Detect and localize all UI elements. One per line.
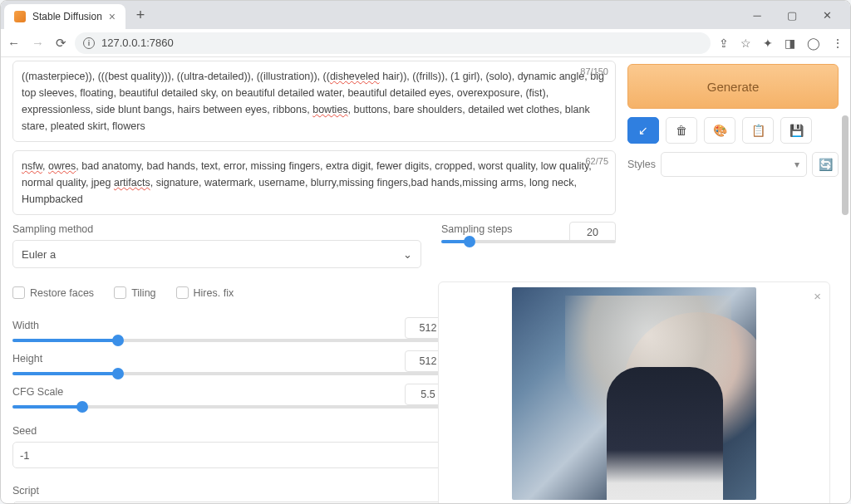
output-panel: × [438, 281, 830, 503]
styles-label: Styles [627, 159, 656, 170]
tab-title: Stable Diffusion [32, 11, 102, 22]
clipboard-button[interactable]: 📋 [742, 117, 774, 144]
styles-refresh-button[interactable]: 🔄 [812, 152, 839, 177]
menu-icon[interactable]: ⋮ [832, 37, 844, 50]
back-icon[interactable]: ← [7, 36, 20, 51]
save-button[interactable]: 💾 [780, 117, 812, 144]
negative-prompt-input[interactable]: 62/75 nsfw, owres, bad anatomy, bad hand… [12, 150, 616, 215]
browser-window: Stable Diffusion × + ─ ▢ ✕ ← → ⟳ i 127.0… [0, 0, 851, 504]
trash-button[interactable]: 🗑 [666, 117, 697, 144]
sampling-method-select[interactable]: Euler a ⌄ [12, 240, 421, 268]
action-icon-row: ↙ 🗑 🎨 📋 💾 [627, 117, 839, 144]
profile-icon[interactable]: ◯ [807, 37, 820, 50]
minimize-icon[interactable]: ─ [745, 6, 769, 24]
url-bar: ← → ⟳ i 127.0.0.1:7860 ⇪ ☆ ✦ ◨ ◯ ⋮ [1, 29, 850, 57]
height-slider[interactable] [12, 372, 451, 375]
chevron-down-icon: ▾ [794, 159, 799, 170]
restore-faces-check[interactable]: Restore faces [12, 286, 94, 299]
browser-tab[interactable]: Stable Diffusion × [4, 4, 125, 29]
chevron-down-icon: ⌄ [403, 248, 412, 261]
favicon-icon [14, 11, 26, 22]
params-top: Sampling method Euler a ⌄ Sampling steps [12, 223, 616, 268]
generate-button[interactable]: Generate [627, 64, 839, 109]
forward-icon[interactable]: → [32, 36, 44, 51]
sampling-method-label: Sampling method [12, 223, 421, 235]
output-image[interactable] [512, 287, 756, 500]
url-text: 127.0.0.1:7860 [101, 37, 174, 49]
width-label: Width [12, 320, 39, 331]
scrollbar[interactable] [842, 115, 849, 215]
styles-select[interactable]: ▾ [661, 152, 807, 177]
site-info-icon[interactable]: i [83, 37, 95, 49]
arrow-button[interactable]: ↙ [627, 117, 659, 144]
sidepanel-icon[interactable]: ◨ [785, 37, 795, 50]
width-slider[interactable] [12, 339, 451, 342]
close-window-icon[interactable]: ✕ [815, 6, 839, 24]
styles-row: Styles ▾ 🔄 [627, 152, 839, 177]
page-content: 87/150 ((masterpiece)), (((best quality)… [1, 57, 850, 503]
new-tab-button[interactable]: + [130, 5, 150, 25]
hires-fix-check[interactable]: Hires. fix [176, 286, 234, 299]
share-icon[interactable]: ⇪ [719, 37, 729, 50]
star-icon[interactable]: ☆ [740, 37, 751, 50]
maximize-icon[interactable]: ▢ [780, 6, 804, 24]
prompt-token-count: 87/150 [580, 65, 608, 80]
url-field[interactable]: i 127.0.0.1:7860 [75, 32, 711, 54]
sampling-steps-slider[interactable] [441, 240, 616, 243]
reload-icon[interactable]: ⟳ [56, 36, 66, 51]
cfg-slider[interactable] [12, 405, 451, 409]
extensions-icon[interactable]: ✦ [763, 37, 773, 50]
nav-icons: ← → ⟳ [7, 36, 66, 51]
tab-close-icon[interactable]: × [109, 10, 116, 23]
height-label: Height [12, 353, 42, 365]
cfg-label: CFG Scale [12, 386, 63, 398]
neg-prompt-token-count: 62/75 [585, 154, 608, 169]
palette-button[interactable]: 🎨 [704, 117, 735, 144]
prompt-input[interactable]: 87/150 ((masterpiece)), (((best quality)… [12, 61, 616, 142]
output-close-icon[interactable]: × [814, 289, 821, 303]
titlebar: Stable Diffusion × + ─ ▢ ✕ [1, 1, 850, 29]
tiling-check[interactable]: Tiling [114, 286, 155, 299]
toolbar-icons: ⇪ ☆ ✦ ◨ ◯ ⋮ [719, 37, 844, 50]
window-controls: ─ ▢ ✕ [745, 6, 847, 24]
seed-input[interactable]: -1 [12, 442, 491, 468]
